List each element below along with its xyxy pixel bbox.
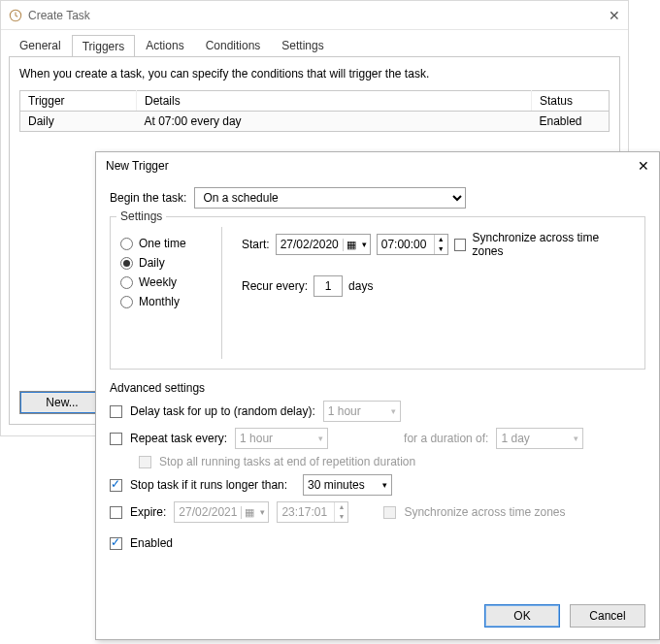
calendar-icon: ▦ [343, 239, 359, 251]
repeat-label: Repeat task every: [130, 432, 227, 445]
chevron-down-icon: ▾ [574, 434, 578, 443]
new-trigger-button[interactable]: New... [19, 391, 105, 414]
cell-status: Enabled [532, 112, 610, 132]
stop-all-label: Stop all running tasks at end of repetit… [159, 455, 415, 468]
dialog-title: New Trigger [106, 159, 169, 173]
chevron-down-icon: ▾ [382, 480, 387, 490]
create-task-titlebar: Create Task ✕ [1, 1, 628, 30]
spin-down-icon[interactable]: ▼ [435, 244, 447, 254]
chevron-down-icon: ▾ [391, 406, 396, 416]
recurrence-group: One time Daily Weekly Monthly [120, 227, 208, 359]
enabled-label: Enabled [130, 536, 173, 550]
stop-if-label: Stop task if it runs longer than: [130, 478, 287, 492]
triggers-description: When you create a task, you can specify … [19, 67, 610, 80]
chevron-down-icon: ▾ [318, 434, 323, 443]
tab-general[interactable]: General [9, 34, 72, 56]
spin-up-icon: ▲ [335, 502, 347, 512]
advanced-settings-label: Advanced settings [110, 381, 645, 395]
cancel-button[interactable]: Cancel [570, 604, 645, 628]
spin-down-icon: ▼ [335, 512, 347, 522]
tab-actions[interactable]: Actions [135, 34, 194, 56]
close-icon[interactable]: ✕ [638, 158, 649, 174]
close-icon[interactable]: ✕ [609, 8, 620, 23]
duration-select: 1 day▾ [496, 428, 583, 449]
stop-if-checkbox[interactable] [110, 479, 122, 492]
table-row[interactable]: Daily At 07:00 every day Enabled [20, 112, 610, 132]
clock-icon [9, 9, 22, 22]
repeat-checkbox[interactable] [110, 433, 122, 445]
radio-onetime[interactable]: One time [120, 237, 208, 250]
calendar-icon: ▦ [241, 506, 257, 519]
radio-monthly[interactable]: Monthly [120, 295, 208, 308]
ok-button[interactable]: OK [484, 604, 560, 628]
expire-sync-label: Synchronize across time zones [404, 505, 565, 519]
start-date-picker[interactable]: 27/02/2020 ▦ ▾ [276, 234, 371, 255]
settings-legend: Settings [116, 209, 166, 223]
spin-up-icon[interactable]: ▲ [435, 235, 447, 244]
col-details[interactable]: Details [137, 91, 532, 112]
radio-daily[interactable]: Daily [120, 256, 208, 270]
expire-label: Expire: [130, 505, 166, 519]
stop-all-checkbox [139, 456, 151, 468]
sync-timezones-label: Synchronize across time zones [472, 231, 629, 258]
create-task-title: Create Task [28, 9, 90, 22]
col-trigger[interactable]: Trigger [20, 91, 137, 112]
enabled-checkbox[interactable] [110, 537, 122, 550]
cell-details: At 07:00 every day [137, 112, 532, 132]
repeat-select: 1 hour▾ [235, 428, 328, 449]
recur-every-input[interactable] [314, 275, 343, 297]
begin-task-label: Begin the task: [110, 191, 186, 205]
radio-weekly[interactable]: Weekly [120, 275, 208, 289]
delay-checkbox[interactable] [110, 405, 122, 418]
days-label: days [348, 279, 373, 293]
expire-sync-checkbox [383, 506, 396, 519]
delay-select: 1 hour▾ [323, 401, 401, 422]
delay-label: Delay task for up to (random delay): [130, 404, 315, 418]
expire-date-picker: 27/02/2021 ▦ ▾ [174, 501, 269, 523]
chevron-down-icon: ▾ [257, 507, 268, 517]
tab-conditions[interactable]: Conditions [195, 34, 272, 56]
tab-settings[interactable]: Settings [271, 34, 334, 56]
triggers-table: Trigger Details Status Daily At 07:00 ev… [19, 90, 610, 132]
expire-checkbox[interactable] [110, 506, 122, 519]
begin-task-select[interactable]: On a schedule [194, 187, 466, 209]
stop-if-select[interactable]: 30 minutes▾ [303, 474, 392, 496]
start-label: Start: [242, 238, 270, 251]
cell-trigger: Daily [20, 112, 137, 132]
recur-every-label: Recur every: [242, 279, 308, 293]
tab-triggers[interactable]: Triggers [72, 35, 136, 57]
expire-time-spinner: 23:17:01 ▲▼ [277, 501, 348, 523]
new-trigger-titlebar: New Trigger ✕ [96, 152, 659, 179]
duration-label: for a duration of: [404, 432, 488, 445]
start-time-spinner[interactable]: 07:00:00 ▲▼ [377, 234, 448, 255]
chevron-down-icon: ▾ [359, 240, 370, 249]
col-status[interactable]: Status [532, 91, 610, 112]
new-trigger-dialog: New Trigger ✕ Begin the task: On a sched… [95, 151, 660, 640]
sync-timezones-checkbox[interactable] [454, 239, 467, 251]
settings-fieldset: Settings One time Daily Weekly Monthly S… [110, 216, 645, 370]
tab-strip: General Triggers Actions Conditions Sett… [1, 30, 628, 56]
